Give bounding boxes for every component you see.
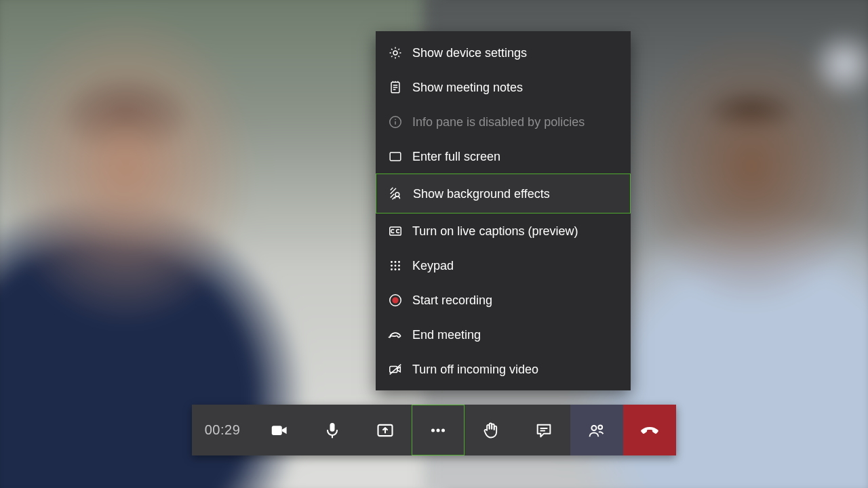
call-duration: 00:29 [192,405,253,455]
svg-point-11 [395,264,397,266]
info-icon [388,115,403,129]
hang-up-button[interactable] [623,405,676,455]
svg-point-25 [591,426,596,430]
svg-point-23 [437,428,440,432]
participants-button[interactable] [570,405,623,455]
svg-point-12 [398,264,400,266]
svg-point-13 [391,268,393,270]
svg-point-15 [398,268,400,270]
share-screen-icon [376,421,395,440]
gear-icon [388,45,403,60]
camera-icon [269,420,290,441]
svg-point-3 [395,119,396,120]
svg-point-26 [598,425,602,429]
share-screen-button[interactable] [359,405,412,455]
menu-item-keypad[interactable]: Keypad [376,248,631,283]
more-actions-menu: Show device settings Show meeting notes … [376,31,631,390]
hang-up-icon [638,419,661,442]
menu-item-label: Start recording [412,294,492,306]
notes-icon [388,80,403,95]
keypad-icon [388,258,403,273]
menu-item-live-captions[interactable]: Turn on live captions (preview) [376,214,631,248]
svg-point-24 [441,428,445,432]
chat-icon [534,421,553,440]
raise-hand-button[interactable] [465,405,517,455]
svg-point-14 [395,268,397,270]
menu-item-meeting-notes[interactable]: Show meeting notes [376,70,631,104]
menu-item-label: Info pane is disabled by policies [412,116,585,128]
cc-icon [388,224,403,239]
svg-point-9 [398,261,400,263]
menu-item-turn-off-incoming-video[interactable]: Turn off incoming video [376,352,631,386]
participants-icon [587,421,606,440]
svg-rect-20 [330,422,335,431]
svg-point-10 [391,264,393,266]
menu-item-label: Show device settings [412,47,527,59]
record-icon [388,293,403,308]
svg-point-7 [391,261,393,263]
microphone-icon [323,421,342,440]
menu-item-label: End meeting [412,329,481,341]
video-off-icon [388,362,403,377]
fullscreen-icon [388,149,403,164]
more-icon [428,420,448,441]
chat-button[interactable] [517,405,570,455]
menu-item-label: Turn off incoming video [412,363,538,375]
more-actions-button[interactable] [412,405,465,455]
svg-point-17 [392,297,398,303]
menu-item-info-pane-disabled: Info pane is disabled by policies [376,104,631,139]
menu-item-label: Turn on live captions (preview) [412,225,578,237]
svg-point-0 [393,51,397,55]
background-effects-icon [389,186,403,201]
menu-item-label: Show meeting notes [412,81,523,94]
raise-hand-icon [481,421,500,440]
menu-item-label: Show background effects [413,188,550,200]
meeting-control-bar: 00:29 [192,405,676,455]
svg-rect-4 [390,152,401,161]
end-meeting-icon [388,327,403,342]
svg-point-8 [395,261,397,263]
microphone-button[interactable] [306,405,359,455]
menu-item-label: Keypad [412,260,454,272]
menu-item-enter-full-screen[interactable]: Enter full screen [376,139,631,174]
menu-item-start-recording[interactable]: Start recording [376,283,631,317]
svg-point-22 [431,428,435,432]
svg-rect-19 [272,426,282,435]
camera-button[interactable] [253,405,306,455]
menu-item-end-meeting[interactable]: End meeting [376,317,631,352]
menu-item-background-effects[interactable]: Show background effects [376,174,631,214]
menu-item-label: Enter full screen [412,150,500,163]
menu-item-device-settings[interactable]: Show device settings [376,35,631,70]
